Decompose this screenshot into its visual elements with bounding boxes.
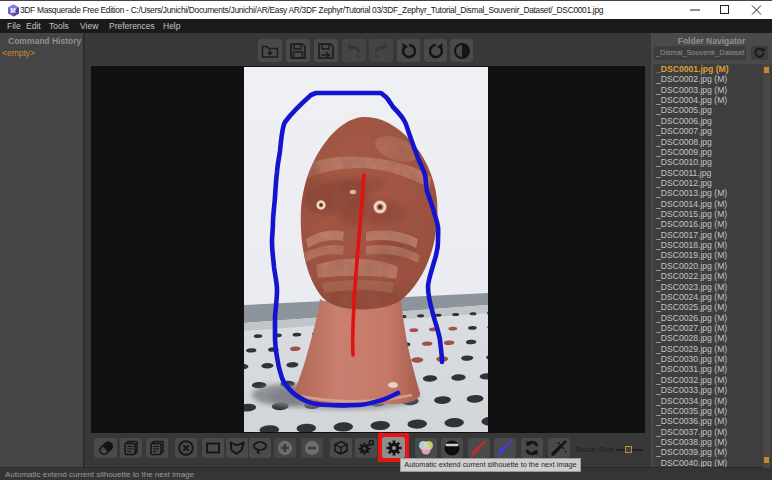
svg-text:M: M <box>10 7 15 14</box>
